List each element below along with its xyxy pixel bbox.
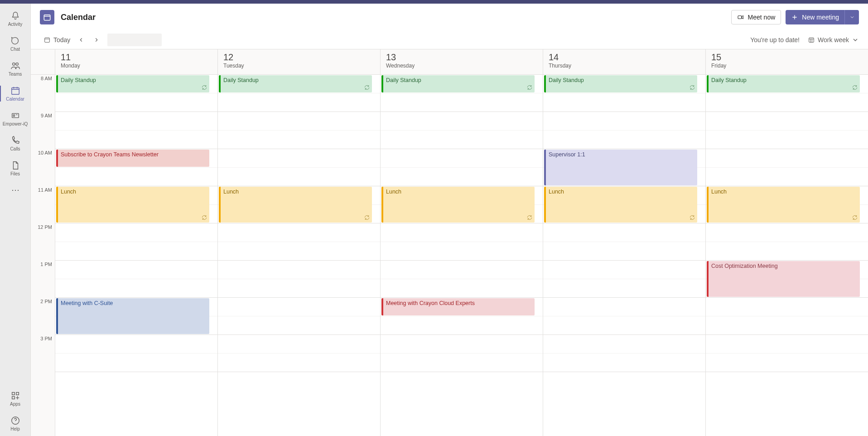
rail-label: Help bbox=[10, 426, 20, 431]
day-weekday: Monday bbox=[61, 63, 212, 69]
day-weekday: Wednesday bbox=[386, 63, 537, 69]
rail-more[interactable]: ⋯ bbox=[11, 181, 19, 199]
day-header[interactable]: 11Monday bbox=[55, 49, 217, 75]
recurring-icon bbox=[689, 214, 695, 221]
calendar-event[interactable]: Daily Standup bbox=[707, 75, 860, 92]
button-label: New meeting bbox=[802, 14, 839, 21]
calendar-event[interactable]: Lunch bbox=[544, 187, 697, 223]
svg-rect-2 bbox=[11, 88, 19, 95]
day-header[interactable]: 15Friday bbox=[706, 49, 868, 75]
event-title: Daily Standup bbox=[711, 77, 857, 83]
rail-teams[interactable]: Teams bbox=[0, 56, 30, 81]
page-title: Calendar bbox=[61, 13, 96, 22]
apps-icon bbox=[10, 391, 20, 401]
day-number: 12 bbox=[223, 52, 375, 63]
event-title: Meeting with C-Suite bbox=[61, 300, 207, 306]
chat-icon bbox=[10, 36, 20, 46]
event-title: Supervisor 1:1 bbox=[549, 151, 694, 158]
recurring-icon bbox=[201, 214, 207, 221]
calendar-event[interactable]: Lunch bbox=[707, 187, 860, 223]
calendar-event[interactable]: Lunch bbox=[219, 187, 372, 223]
bell-icon bbox=[10, 11, 20, 21]
svg-rect-11 bbox=[809, 38, 814, 42]
day-column[interactable]: 14ThursdayDaily StandupLunchSupervisor 1… bbox=[543, 49, 706, 436]
chevron-down-icon bbox=[849, 15, 855, 20]
rail-empower[interactable]: Empower-iQ bbox=[0, 106, 30, 131]
view-label: Work week bbox=[818, 36, 849, 44]
calendar-event[interactable]: Meeting with C-Suite bbox=[56, 298, 209, 334]
day-number: 13 bbox=[386, 52, 537, 63]
plus-icon bbox=[791, 14, 798, 21]
rail-label: Activity bbox=[8, 22, 23, 27]
phone-icon bbox=[10, 136, 20, 145]
event-title: Subscribe to Crayon Teams Newsletter bbox=[61, 151, 207, 158]
calendar-icon bbox=[10, 86, 20, 96]
app-rail: Activity Chat Teams Calendar Empower-iQ … bbox=[0, 4, 31, 436]
rail-help[interactable]: Help bbox=[0, 411, 30, 436]
recurring-icon bbox=[852, 84, 858, 91]
calendar-event[interactable]: Lunch bbox=[381, 187, 535, 223]
rail-chat[interactable]: Chat bbox=[0, 31, 30, 56]
prev-button[interactable] bbox=[77, 37, 86, 43]
calendar-event[interactable]: Daily Standup bbox=[381, 75, 535, 92]
day-number: 11 bbox=[61, 52, 212, 63]
calendar-toolbar: Today You're up to date! Work week bbox=[31, 31, 868, 49]
day-header[interactable]: 13Wednesday bbox=[381, 49, 543, 75]
date-range-picker[interactable] bbox=[107, 34, 162, 46]
time-label: 2 PM bbox=[31, 298, 55, 335]
time-gutter: 8 AM9 AM10 AM11 AM12 PM1 PM2 PM3 PM bbox=[31, 49, 55, 436]
calendar-event[interactable]: Daily Standup bbox=[56, 75, 209, 92]
calendar-event[interactable]: Daily Standup bbox=[219, 75, 372, 92]
chevron-left-icon bbox=[78, 37, 84, 43]
recurring-icon bbox=[526, 214, 533, 221]
rail-label: Chat bbox=[10, 47, 20, 52]
day-header[interactable]: 14Thursday bbox=[543, 49, 705, 75]
calendar-grid: 8 AM9 AM10 AM11 AM12 PM1 PM2 PM3 PM 11Mo… bbox=[31, 49, 868, 436]
rail-files[interactable]: Files bbox=[0, 156, 30, 181]
recurring-icon bbox=[526, 84, 533, 91]
recurring-icon bbox=[852, 214, 858, 221]
new-meeting-button[interactable]: New meeting bbox=[786, 10, 844, 24]
calendar-today-icon bbox=[43, 36, 51, 44]
time-label: 1 PM bbox=[31, 261, 55, 298]
svg-rect-6 bbox=[12, 397, 14, 399]
event-title: Lunch bbox=[61, 189, 207, 195]
svg-point-0 bbox=[12, 63, 14, 66]
day-column[interactable]: 15FridayDaily StandupLunchCost Optimizat… bbox=[706, 49, 868, 436]
calendar-app-icon bbox=[40, 10, 54, 24]
main-area: Calendar Meet now New meeting To bbox=[31, 4, 868, 436]
chevron-right-icon bbox=[93, 37, 100, 43]
rail-apps[interactable]: Apps bbox=[0, 386, 30, 411]
calendar-event[interactable]: Daily Standup bbox=[544, 75, 697, 92]
calendar-event[interactable]: Lunch bbox=[56, 187, 209, 223]
rail-calendar[interactable]: Calendar bbox=[0, 81, 30, 106]
day-weekday: Tuesday bbox=[223, 63, 375, 69]
people-icon bbox=[10, 61, 20, 71]
recurring-icon bbox=[364, 214, 370, 221]
calendar-event[interactable]: Meeting with Crayon Cloud Experts bbox=[381, 298, 535, 315]
rail-label: Files bbox=[10, 171, 20, 176]
rail-label: Teams bbox=[9, 72, 22, 77]
time-label: 10 AM bbox=[31, 149, 55, 186]
calendar-event[interactable]: Subscribe to Crayon Teams Newsletter bbox=[56, 150, 209, 167]
day-column[interactable]: 12TuesdayDaily StandupLunch bbox=[218, 49, 381, 436]
days-container: 11MondayDaily StandupSubscribe to Crayon… bbox=[55, 49, 868, 436]
meet-now-button[interactable]: Meet now bbox=[731, 10, 781, 24]
video-icon bbox=[737, 14, 744, 21]
day-header[interactable]: 12Tuesday bbox=[218, 49, 380, 75]
rail-activity[interactable]: Activity bbox=[0, 6, 30, 31]
day-column[interactable]: 11MondayDaily StandupSubscribe to Crayon… bbox=[55, 49, 218, 436]
calendar-event[interactable]: Cost Optimization Meeting bbox=[707, 261, 860, 297]
button-label: Today bbox=[53, 36, 70, 44]
day-column[interactable]: 13WednesdayDaily StandupLunchMeeting wit… bbox=[381, 49, 543, 436]
calendar-view-icon bbox=[808, 36, 815, 44]
rail-calls[interactable]: Calls bbox=[0, 131, 30, 156]
view-selector[interactable]: Work week bbox=[808, 36, 859, 44]
new-meeting-dropdown[interactable] bbox=[844, 10, 859, 24]
calendar-event[interactable]: Supervisor 1:1 bbox=[544, 150, 697, 185]
today-button[interactable]: Today bbox=[43, 36, 70, 44]
day-weekday: Thursday bbox=[549, 63, 700, 69]
svg-rect-5 bbox=[16, 392, 19, 395]
rail-label: Calls bbox=[10, 146, 20, 151]
next-button[interactable] bbox=[92, 37, 101, 43]
